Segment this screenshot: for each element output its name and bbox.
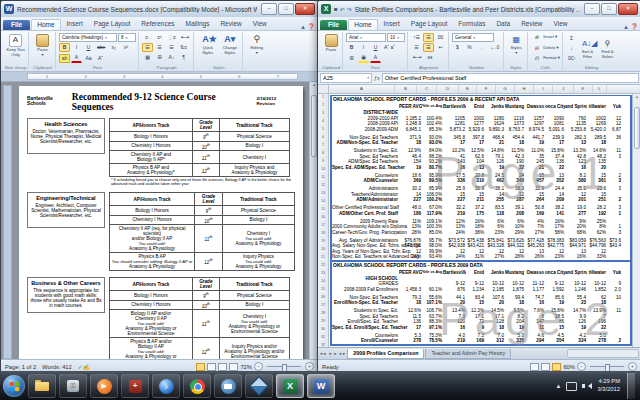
cell[interactable]: 219: [443, 338, 466, 344]
table-header-cell[interactable]: AP/Honors Track: [110, 278, 193, 291]
table-cell[interactable]: 9th: [192, 132, 219, 142]
cell[interactable]: 62%: [587, 230, 607, 236]
row-label[interactable]: Spec. Ed. ADM/Spec. Ed. Teacher: [332, 165, 399, 171]
zoom-slider[interactable]: [590, 366, 624, 367]
cell[interactable]: 80.7%: [422, 165, 443, 171]
cell[interactable]: 169: [525, 211, 545, 217]
header-cell[interactable]: and Springs: [565, 269, 587, 276]
header-cell[interactable]: %ile vs Avg: [422, 103, 443, 110]
spellcheck-icon[interactable]: ✓✍: [78, 364, 90, 370]
cell[interactable]: 369: [399, 178, 422, 184]
grow-font-button[interactable]: Aˆ: [95, 54, 106, 63]
row-header-14[interactable]: 14: [318, 198, 328, 206]
sort-filter-button[interactable]: A↓◢ Sort & Filter: [578, 37, 597, 59]
column-header-j[interactable]: J: [553, 85, 574, 93]
row-label[interactable]: ADM/Counselor: [332, 178, 399, 184]
cell[interactable]: 15: [545, 325, 565, 331]
row-header-31[interactable]: 31: [318, 334, 328, 342]
cell[interactable]: 1,177: [525, 287, 545, 293]
tab-home[interactable]: Home: [348, 19, 377, 30]
table-cell[interactable]: Chemistry I Honors: [110, 215, 195, 225]
row-header-12[interactable]: 12: [318, 182, 328, 190]
row-header-32[interactable]: 32: [318, 342, 328, 347]
find-select-button[interactable]: ⚲ Find & Select: [598, 37, 617, 59]
formula-input[interactable]: Other Certified Professional Staff: [382, 73, 639, 83]
numbering-button[interactable]: ≡¹: [154, 33, 165, 42]
cell[interactable]: 26%: [399, 254, 422, 260]
row-header-19[interactable]: 19: [318, 238, 328, 246]
help-icon[interactable]: ▲ ❓: [623, 23, 640, 30]
tab-data[interactable]: Data: [491, 19, 515, 30]
cell[interactable]: 24%: [443, 254, 466, 260]
cell[interactable]: 9: [466, 325, 485, 331]
decimal-buttons[interactable]: ←.0: [488, 43, 501, 52]
cell[interactable]: 23%: [485, 230, 505, 236]
cell[interactable]: 294: [525, 338, 545, 344]
horizontal-scrollbar[interactable]: [567, 349, 639, 358]
zoom-out-button[interactable]: –: [577, 362, 586, 371]
italic-button[interactable]: I: [71, 43, 82, 52]
excel-zoom-level[interactable]: 60%: [563, 364, 575, 370]
zoom-slider[interactable]: [267, 366, 301, 367]
cell[interactable]: 8,763.7: [505, 127, 525, 133]
cell[interactable]: 22: [545, 165, 565, 171]
column-header-b[interactable]: B: [395, 85, 417, 93]
row-header-13[interactable]: 13: [318, 190, 328, 198]
cell[interactable]: 264: [525, 197, 545, 203]
row-header-30[interactable]: 30: [318, 326, 328, 334]
cell[interactable]: 19: [485, 165, 505, 171]
cell[interactable]: 19: [399, 165, 422, 171]
table-header-cell[interactable]: Traditional Track: [219, 119, 289, 132]
column-header-h[interactable]: H: [515, 85, 534, 93]
table-cell[interactable]: Physical Science: [219, 132, 289, 142]
horizontal-ruler[interactable]: 1234567: [1, 72, 318, 82]
cell[interactable]: 876: [443, 287, 466, 293]
cell[interactable]: 227: [399, 197, 422, 203]
header-cell[interactable]: %ile vs Avg: [422, 269, 443, 276]
cell[interactable]: 58%: [545, 230, 565, 236]
tab-insert[interactable]: Insert: [62, 19, 88, 30]
cell[interactable]: 23%: [545, 254, 565, 260]
taskbar-keepass-button[interactable]: ⚿: [59, 374, 87, 398]
shading-button[interactable]: ▩: [142, 53, 153, 62]
cell[interactable]: 78.5%: [422, 338, 443, 344]
quick-styles-button[interactable]: A★ Quick Styles: [197, 33, 218, 63]
strikethrough-button[interactable]: abe: [95, 43, 107, 52]
cell[interactable]: 9,890.3: [485, 127, 505, 133]
bold-button[interactable]: B: [59, 43, 70, 52]
row-header-17[interactable]: 17: [318, 222, 328, 230]
cell[interactable]: 354: [545, 338, 565, 344]
cell[interactable]: 68%: [565, 230, 587, 236]
table-cell[interactable]: 12th: [195, 253, 223, 271]
row-label[interactable]: 2008-2009 ADM: [332, 127, 399, 133]
maximize-button[interactable]: □: [601, 3, 617, 15]
superscript-button[interactable]: x²: [120, 43, 131, 52]
page-break-preview-button[interactable]: [552, 363, 561, 371]
change-case-button[interactable]: Aa: [83, 54, 94, 63]
cell[interactable]: 6,87: [607, 127, 622, 133]
font-size-buttons[interactable]: Aˆ aˇ: [382, 43, 397, 52]
course-table[interactable]: AP/Honors TrackGrade LevelTraditional Tr…: [109, 277, 290, 359]
sheet-title-2[interactable]: OKLAHOMA SCHOOL REPORT CARDS - PROFILES …: [332, 262, 630, 269]
font-name-combo[interactable]: Cambria (Headings)▾: [59, 33, 117, 42]
cell[interactable]: 287: [505, 197, 525, 203]
doc-section-name[interactable]: Business & Other Careers: [30, 280, 102, 286]
cell[interactable]: 1,234: [466, 287, 485, 293]
taskbar-itunes-button[interactable]: ♪: [152, 374, 180, 398]
document-page[interactable]: Bartlesville Schools Recommended 9-12 Sc…: [19, 86, 303, 359]
cell[interactable]: 2: [607, 197, 622, 203]
align-top-button[interactable]: ↑☰: [411, 33, 422, 42]
table-header-cell[interactable]: Grade Level: [192, 119, 219, 132]
cell[interactable]: 16: [525, 300, 545, 306]
column-header-l[interactable]: L: [593, 85, 607, 93]
cell[interactable]: 1,852: [587, 287, 607, 293]
tab-home[interactable]: Home: [31, 19, 60, 30]
cell[interactable]: 278: [587, 338, 607, 344]
cell[interactable]: 16: [443, 325, 466, 331]
course-table[interactable]: AP/Honors TrackGrade LevelTraditional Tr…: [109, 192, 295, 271]
cell[interactable]: 2: [607, 338, 622, 344]
print-layout-view-button[interactable]: [196, 363, 205, 371]
paste-button[interactable]: Paste: [322, 33, 340, 63]
sheet-tab-teacher-and-admin-pay-history[interactable]: Teacher and Admin Pay History: [425, 349, 511, 359]
orientation-button[interactable]: ⌧: [435, 33, 446, 42]
